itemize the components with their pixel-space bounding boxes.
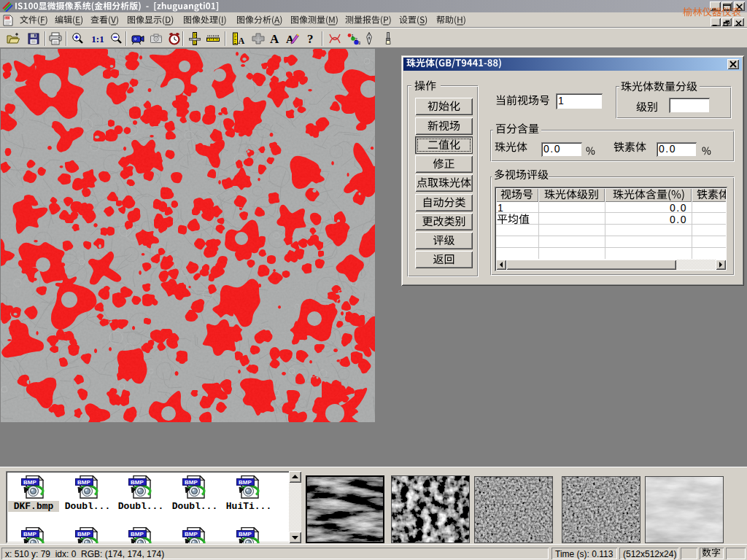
svg-text:3: 3	[358, 41, 360, 45]
svg-text:A: A	[270, 32, 279, 46]
svg-text:?: ?	[307, 32, 314, 46]
svg-text:A: A	[239, 36, 245, 46]
svg-text:DOC: DOC	[5, 16, 12, 20]
